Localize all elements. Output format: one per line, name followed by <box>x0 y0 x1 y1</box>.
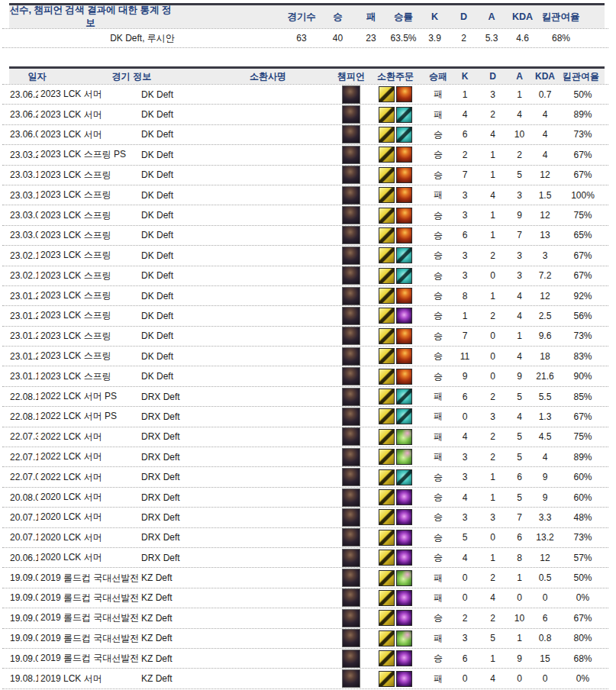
col-header-k: K <box>450 71 479 82</box>
match-date: 23.01.20 <box>2 330 38 341</box>
summoner-name: DRX Deft <box>139 431 337 442</box>
champion-cell <box>337 266 365 285</box>
flash-spell-icon <box>379 509 395 525</box>
match-result: 패 <box>426 572 450 585</box>
col-header-summoner: 소환사명 <box>198 70 337 83</box>
flash-spell-icon <box>379 570 395 586</box>
col-header-k: K <box>420 11 450 22</box>
champion-icon <box>342 206 360 224</box>
deaths: 1 <box>479 230 506 240</box>
table-row: 20.07.17 2020 LCK 서머 DRX Deft 승 5 0 6 13… <box>2 528 608 548</box>
summoner-spells <box>365 630 426 646</box>
table-row: 23.01.20 2023 LCK 스프링 DK Deft 승 11 0 4 1… <box>2 347 608 366</box>
match-result: 승 <box>426 169 450 182</box>
champion-cell <box>337 508 365 527</box>
assists: 7 <box>506 512 533 523</box>
deaths: 4 <box>479 592 506 603</box>
match-date: 23.03.23 <box>2 150 38 160</box>
assists: 1 <box>506 633 533 643</box>
kills: 4 <box>450 553 479 563</box>
champion-icon <box>342 427 360 446</box>
summary-data-row: DK Deft, 루시안 63 40 23 63.5% 3.9 2 5.3 4.… <box>2 29 608 48</box>
table-row: 22.07.07 2022 LCK 서머 DRX Deft 승 3 1 6 9 … <box>2 467 608 487</box>
kills: 6 <box>450 392 479 402</box>
assists: 9 <box>506 653 533 664</box>
match-rows: 23.06.22 2023 LCK 서머 DK Deft 패 1 3 1 0.7… <box>2 85 608 689</box>
champion-icon <box>342 347 360 366</box>
summoner-name: DRX Deft <box>139 532 337 543</box>
deaths: 1 <box>479 553 506 563</box>
deaths: 2 <box>479 613 506 624</box>
table-row: 20.07.19 2020 LCK 서머 DRX Deft 승 3 3 7 3.… <box>2 508 608 527</box>
kills: 0 <box>450 673 479 684</box>
assists: 1 <box>506 89 533 100</box>
summoner-spells <box>365 328 426 344</box>
match-date: 19.09.03 <box>2 653 38 664</box>
kills: 3 <box>450 270 479 281</box>
summoner-name: KZ Deft <box>139 592 337 603</box>
kill-participation: 48% <box>557 512 608 523</box>
match-result: 승 <box>426 471 450 484</box>
kda: 5.5 <box>533 392 557 402</box>
summary-winrate: 63.5% <box>387 33 420 44</box>
exhaust-spell-icon <box>396 308 412 324</box>
flash-spell-icon <box>379 630 395 646</box>
champion-cell <box>337 569 365 587</box>
assists: 6 <box>506 472 533 482</box>
flash-spell-icon <box>379 247 395 263</box>
match-tournament: 2020 LCK 서머 <box>38 491 139 504</box>
summoner-name: DK Deft <box>139 89 337 100</box>
kda: 9 <box>533 472 557 482</box>
match-result: 승 <box>426 370 450 383</box>
summoner-spells <box>365 489 426 505</box>
champion-icon <box>342 609 360 627</box>
ignite-spell-icon <box>396 348 412 364</box>
kill-participation: 75% <box>557 210 608 221</box>
match-date: 22.08.17 <box>2 392 38 402</box>
summoner-name: DRX Deft <box>139 472 337 482</box>
match-date: 19.09.07 <box>2 613 38 624</box>
table-row: 23.03.23 2023 LCK 스프링 PS DK Deft 승 2 1 2… <box>2 145 608 165</box>
kda: 0 <box>533 673 557 684</box>
match-date: 23.06.22 <box>2 89 38 100</box>
deaths: 3 <box>479 89 506 100</box>
flash-spell-icon <box>379 530 395 546</box>
kda: 0 <box>533 592 557 603</box>
summoner-name: DK Deft <box>139 351 337 362</box>
kda: 0.8 <box>533 633 557 643</box>
kda: 0.5 <box>533 572 557 583</box>
exhaust-spell-icon <box>396 550 412 566</box>
ignite-spell-icon <box>396 288 412 304</box>
match-result: 승 <box>426 511 450 524</box>
kill-participation: 73% <box>557 129 608 140</box>
deaths: 0 <box>479 351 506 362</box>
match-date: 23.02.16 <box>2 250 38 261</box>
champion-cell <box>337 468 365 486</box>
match-date: 23.01.20 <box>2 351 38 362</box>
ignite-spell-icon <box>396 147 412 163</box>
match-tournament: 2023 LCK 서머 <box>38 128 139 141</box>
summoner-spells <box>365 308 426 324</box>
champion-cell <box>337 307 365 325</box>
champion-icon <box>342 307 360 325</box>
kill-participation: 83% <box>557 351 608 362</box>
summoner-spells <box>365 147 426 163</box>
summoner-spells <box>365 208 426 224</box>
assists: 4 <box>506 291 533 301</box>
stats-page: 선수, 챔피언 검색 결과에 대한 통계 정보 경기수 승 패 승률 K D A… <box>0 0 616 689</box>
summoner-spells <box>365 167 426 183</box>
kda: 12 <box>533 553 557 563</box>
match-result: 승 <box>426 148 450 161</box>
flash-spell-icon <box>379 107 395 123</box>
match-date: 20.08.01 <box>2 492 38 503</box>
kills: 0 <box>450 592 479 603</box>
col-header-a: A <box>478 11 505 22</box>
champion-cell <box>337 247 365 265</box>
deaths: 5 <box>479 633 506 643</box>
deaths: 1 <box>479 472 506 482</box>
match-result: 패 <box>426 632 450 645</box>
kill-participation: 60% <box>557 492 608 503</box>
summoner-spells <box>365 268 426 284</box>
champion-icon <box>342 166 360 184</box>
kda: 15 <box>533 653 557 664</box>
